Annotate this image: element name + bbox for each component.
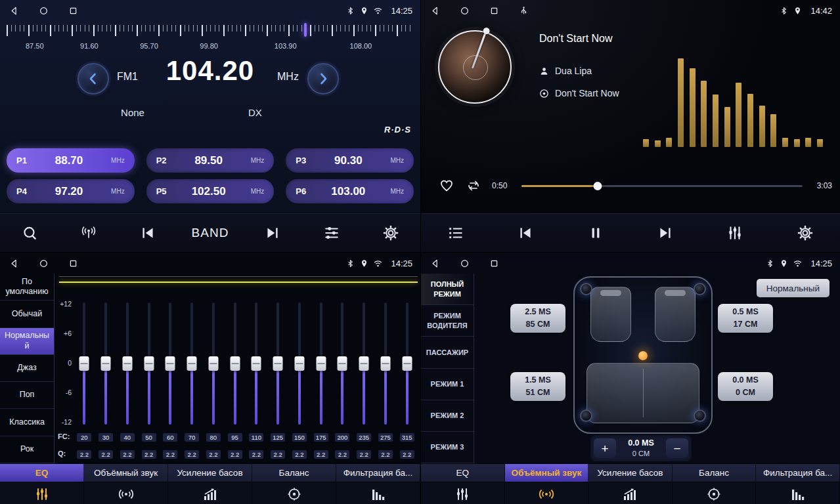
delay-increase-button[interactable]: +	[594, 438, 616, 458]
eq-slider-knob[interactable]	[144, 356, 154, 371]
audio-settings-icon[interactable]	[317, 218, 347, 248]
eq-preset-item[interactable]: Нормальный	[0, 328, 54, 355]
sound-mode-item[interactable]: РЕЖИМ 2	[421, 400, 474, 432]
seek-slider[interactable]	[521, 181, 803, 191]
delay-front-right-button[interactable]: 0.5 MS 17 CM	[718, 304, 773, 333]
eq-preset-item[interactable]: Джаз	[0, 355, 54, 382]
speaker-rear-right[interactable]	[694, 410, 706, 422]
tab-bass-boost-icon[interactable]	[168, 482, 252, 504]
eq-band-slider[interactable]	[332, 303, 353, 425]
eq-band-slider[interactable]	[224, 303, 246, 425]
home-button[interactable]	[458, 257, 470, 269]
tab-filter-icon[interactable]	[756, 482, 840, 504]
sound-mode-item[interactable]: ПОЛНЫЙ РЕЖИМ	[421, 274, 474, 305]
radio-preset-p4[interactable]: P497.20MHz	[7, 179, 135, 203]
eq-slider-knob[interactable]	[79, 356, 89, 371]
tab-filter[interactable]: Фильтрация ба...	[756, 464, 840, 482]
next-icon[interactable]	[257, 218, 288, 248]
eq-slider-knob[interactable]	[252, 356, 261, 371]
next-track-icon[interactable]	[650, 218, 680, 248]
pause-icon[interactable]	[581, 218, 611, 248]
tab-balance-icon[interactable]	[252, 482, 336, 504]
radio-preset-p2[interactable]: P289.50MHz	[146, 148, 275, 173]
tab-surround-sound-icon[interactable]	[84, 482, 168, 504]
band-switch-button[interactable]: BAND	[192, 226, 229, 240]
eq-slider-knob[interactable]	[230, 356, 240, 371]
settings-gear-icon[interactable]	[790, 218, 820, 248]
eq-slider-knob[interactable]	[294, 356, 304, 371]
listening-position-dot[interactable]	[638, 351, 648, 360]
home-button[interactable]	[458, 5, 470, 16]
eq-slider-knob[interactable]	[187, 356, 197, 371]
eq-band-slider[interactable]	[160, 303, 181, 425]
tune-down-button[interactable]	[77, 63, 109, 94]
eq-slider-knob[interactable]	[208, 356, 218, 371]
tab-bass-boost[interactable]: Усиление басов	[588, 464, 673, 482]
tab-eq-icon[interactable]	[421, 482, 505, 504]
eq-band-slider[interactable]	[117, 303, 139, 425]
recents-button[interactable]	[67, 257, 79, 269]
eq-preset-item[interactable]: Обычай	[0, 301, 54, 327]
repeat-icon[interactable]	[465, 177, 482, 194]
tab-bass-boost-icon[interactable]	[588, 482, 673, 504]
eq-slider-knob[interactable]	[402, 356, 412, 371]
sound-mode-item[interactable]: РЕЖИМ ВОДИТЕЛЯ	[421, 305, 474, 337]
field-preset-button[interactable]: Нормальный	[757, 279, 829, 297]
playlist-icon[interactable]	[441, 218, 471, 248]
recents-button[interactable]	[488, 257, 500, 269]
eq-slider-knob[interactable]	[122, 356, 132, 371]
tab-filter-icon[interactable]	[336, 482, 420, 504]
seek-knob[interactable]	[593, 182, 602, 190]
back-button[interactable]	[8, 5, 20, 16]
eq-preset-item[interactable]: Классика	[0, 409, 54, 436]
eq-slider-knob[interactable]	[359, 356, 369, 371]
scan-icon[interactable]	[14, 218, 45, 248]
back-button[interactable]	[429, 5, 441, 16]
eq-band-slider[interactable]	[396, 303, 418, 425]
eq-band-slider[interactable]	[289, 303, 311, 425]
tab-eq[interactable]: EQ	[0, 464, 84, 482]
eq-band-slider[interactable]	[203, 303, 225, 425]
speaker-front-left[interactable]	[580, 283, 592, 295]
eq-slider-knob[interactable]	[338, 356, 347, 371]
speaker-front-right[interactable]	[694, 283, 706, 295]
delay-front-left-button[interactable]: 2.5 MS 85 CM	[510, 304, 565, 333]
eq-band-slider[interactable]	[95, 303, 117, 425]
eq-band-slider[interactable]	[267, 303, 289, 425]
tab-eq-icon[interactable]	[0, 482, 84, 504]
radio-preset-p3[interactable]: P390.30MHz	[286, 148, 414, 173]
delay-rear-right-button[interactable]: 0.0 MS 0 CM	[718, 372, 773, 401]
eq-slider-knob[interactable]	[101, 356, 111, 371]
tab-surround-sound[interactable]: Объёмный звук	[505, 464, 589, 482]
sound-mode-item[interactable]: РЕЖИМ 1	[421, 369, 474, 400]
back-button[interactable]	[429, 257, 441, 269]
eq-band-slider[interactable]	[74, 303, 95, 425]
radio-preset-p5[interactable]: P5102.50MHz	[146, 179, 275, 203]
tune-up-button[interactable]	[307, 63, 339, 94]
delay-decrease-button[interactable]: −	[666, 438, 688, 458]
tab-surround-sound-icon[interactable]	[505, 482, 589, 504]
tab-balance-icon[interactable]	[673, 482, 757, 504]
sound-mode-item[interactable]: РЕЖИМ 3	[421, 432, 474, 463]
previous-track-icon[interactable]	[510, 218, 541, 248]
eq-band-slider[interactable]	[375, 303, 397, 425]
eq-slider-knob[interactable]	[273, 356, 283, 371]
eq-preset-item[interactable]: Рок	[0, 436, 54, 463]
tab-bass-boost[interactable]: Усиление басов	[168, 464, 252, 482]
tab-balance[interactable]: Баланс	[673, 464, 757, 482]
previous-icon[interactable]	[133, 218, 163, 248]
speaker-rear-left[interactable]	[580, 410, 592, 422]
recents-button[interactable]	[488, 5, 500, 16]
eq-band-slider[interactable]	[353, 303, 375, 425]
radio-preset-p1[interactable]: P188.70MHz	[7, 148, 135, 173]
tab-filter[interactable]: Фильтрация ба...	[336, 464, 420, 482]
home-button[interactable]	[37, 5, 49, 16]
eq-band-slider[interactable]	[310, 303, 332, 425]
tab-balance[interactable]: Баланс	[252, 464, 336, 482]
eq-slider-knob[interactable]	[380, 356, 390, 371]
home-button[interactable]	[37, 257, 49, 269]
sound-mode-item[interactable]: ПАССАЖИР	[421, 337, 474, 368]
recents-button[interactable]	[67, 5, 79, 16]
eq-band-slider[interactable]	[246, 303, 267, 425]
eq-band-slider[interactable]	[181, 303, 203, 425]
